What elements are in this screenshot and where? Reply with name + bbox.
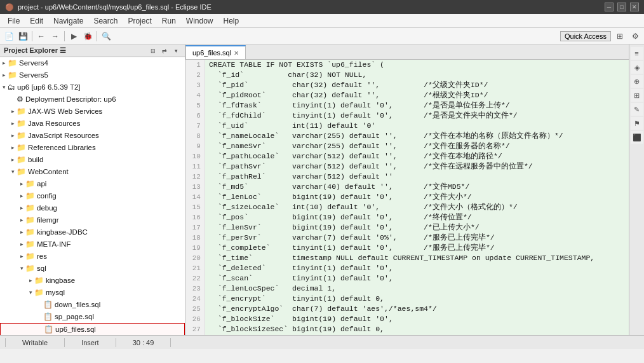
title-bar-left: 🟤 project - up6/WebContent/sql/mysql/up6… [5, 3, 211, 11]
settings-button[interactable]: ⚙ [629, 30, 641, 43]
code-row: 1CREATE TABLE IF NOT EXISTS `up6_files` … [185, 60, 629, 70]
tree-item-icon: 📋 [44, 324, 53, 335]
debug-button[interactable]: 🐞 [81, 30, 94, 43]
explorer-link-button[interactable]: ⇄ [159, 46, 170, 56]
title-bar-controls: ─ □ ✕ [605, 3, 639, 11]
code-content: `f_lenLoc` bigint(19) default '0', /*文件大… [205, 192, 629, 202]
tree-item-label: up6 [up6 6.5.39 T2] [17, 82, 81, 93]
menu-navigate[interactable]: Navigate [48, 15, 88, 27]
project-tree[interactable]: ▸📁Servers4▸📁Servers5▾🗂up6 [up6 6.5.39 T2… [0, 57, 185, 335]
menu-run[interactable]: Run [157, 15, 181, 27]
tree-item-res[interactable]: ▸📁res [0, 250, 185, 263]
save-button[interactable]: 💾 [17, 30, 29, 43]
rt-btn-7[interactable]: ⬛ [631, 131, 643, 144]
code-row: 26 `f_blockSize` bigint(19) default '0', [185, 314, 629, 324]
menu-help[interactable]: Help [218, 15, 245, 27]
line-number: 28 [185, 334, 205, 335]
line-number: 11 [185, 161, 205, 172]
tree-item-sql[interactable]: ▾📁sql [0, 263, 185, 275]
code-content: `f_perSvr` varchar(7) default '0%', /*服务… [205, 233, 629, 243]
search-toolbar-button[interactable]: 🔍 [100, 30, 112, 43]
tree-item-mysql-folder[interactable]: ▾📁mysql [0, 287, 185, 299]
tree-item-javascript-resources[interactable]: ▸📁JavaScript Resources [0, 130, 185, 142]
rt-btn-4[interactable]: ⊞ [631, 89, 643, 102]
status-bar: Writable Insert 30 : 49 [0, 335, 644, 349]
tree-item-servers5[interactable]: ▸📁Servers5 [0, 69, 185, 81]
status-insert: Insert [77, 339, 103, 346]
forward-button[interactable]: → [49, 30, 62, 43]
tree-item-label: api [37, 179, 46, 189]
code-content: `f_scan` tinyint(1) default '0', [205, 273, 629, 284]
tree-item-up6[interactable]: ▾🗂up6 [up6 6.5.39 T2] [0, 81, 185, 93]
tree-item-label: build [28, 154, 43, 165]
menu-window[interactable]: Window [181, 15, 218, 27]
menu-project[interactable]: Project [123, 15, 156, 27]
tree-item-icon: 📁 [8, 70, 17, 81]
tree-item-icon: 📁 [25, 263, 35, 274]
quick-access-button[interactable]: Quick Access [560, 31, 611, 41]
tree-item-webcontent[interactable]: ▾📁WebContent [0, 166, 185, 178]
minimize-button[interactable]: ─ [605, 3, 614, 11]
tree-item-icon: 📁 [25, 191, 35, 202]
tree-item-label: Referenced Libraries [28, 142, 96, 153]
status-writable: Writable [18, 339, 51, 346]
tab-up6-files[interactable]: up6_files.sql ✕ [185, 45, 246, 59]
explorer-toolbar: ⊟ ⇄ ▾ [148, 46, 181, 56]
back-button[interactable]: ← [35, 30, 48, 43]
run-button[interactable]: ▶ [67, 30, 80, 43]
tree-item-label: sql [37, 263, 46, 274]
rt-btn-6[interactable]: ⚑ [631, 117, 643, 130]
line-number: 4 [185, 90, 205, 100]
tree-item-label: config [37, 191, 57, 202]
toolbar-sep-2 [64, 31, 65, 41]
tree-item-up6-files[interactable]: 📋up6_files.sql [0, 323, 185, 335]
code-content: `f_fdTask` tinyint(1) default '0', /*是否是… [205, 100, 629, 111]
code-row: 16 `f_pos` bigint(19) default '0', /*终传位… [185, 212, 629, 223]
tree-item-referenced-libraries[interactable]: ▸📁Referenced Libraries [0, 142, 185, 154]
code-content: `f_id` char(32) NOT NULL, [205, 70, 629, 80]
tree-item-icon: 📁 [25, 251, 35, 262]
tree-item-icon: 📁 [17, 142, 26, 153]
tree-item-kingbase-folder[interactable]: ▸📁kingbase [0, 275, 185, 287]
menu-bar: File Edit Navigate Search Project Run Wi… [0, 14, 644, 28]
line-number: 22 [185, 273, 205, 284]
tree-item-java-resources[interactable]: ▸📁Java Resources [0, 118, 185, 130]
rt-btn-5[interactable]: ✎ [631, 103, 643, 116]
tree-item-label: Servers4 [19, 58, 48, 69]
editor-content[interactable]: 1CREATE TABLE IF NOT EXISTS `up6_files` … [185, 60, 629, 335]
close-button[interactable]: ✕ [630, 3, 639, 11]
tree-item-kingbase-jdbc[interactable]: ▸📁kingbase-JDBC [0, 226, 185, 238]
tree-item-debug[interactable]: ▸📁debug [0, 202, 185, 214]
tree-item-label: up6_files.sql [55, 324, 96, 335]
code-content: `f_fdChild` tinyint(1) default '0', /*是否… [205, 111, 629, 121]
code-content: `f_lenSvr` bigint(19) default '0', /*已上传… [205, 223, 629, 233]
tree-item-deployment[interactable]: ⚙Deployment Descriptor: up6 [0, 93, 185, 106]
tab-close-icon[interactable]: ✕ [234, 50, 239, 57]
menu-edit[interactable]: Edit [25, 15, 48, 27]
status-sep-2 [64, 338, 65, 347]
rt-btn-3[interactable]: ⊕ [631, 75, 643, 88]
line-number: 25 [185, 304, 205, 314]
tree-item-jax-ws[interactable]: ▸📁JAX-WS Web Services [0, 106, 185, 118]
tree-item-sp-page[interactable]: 📋sp_page.sql [0, 311, 185, 323]
tree-item-api[interactable]: ▸📁api [0, 178, 185, 190]
menu-search[interactable]: Search [88, 15, 123, 27]
line-number: 24 [185, 294, 205, 304]
tree-item-servers4[interactable]: ▸📁Servers4 [0, 57, 185, 69]
tree-item-filemgr[interactable]: ▸📁filemgr [0, 214, 185, 226]
tree-item-down-files[interactable]: 📋down_files.sql [0, 299, 185, 311]
tree-item-meta-inf[interactable]: ▸📁META-INF [0, 238, 185, 250]
code-content: `f_pathSvr` varchar(512) default '', /*文… [205, 161, 629, 172]
perspective-button[interactable]: ⊞ [614, 30, 626, 43]
explorer-menu-button[interactable]: ▾ [171, 46, 181, 56]
new-button[interactable]: 📄 [3, 30, 15, 43]
rt-btn-2[interactable]: ◈ [631, 61, 643, 74]
tree-item-config[interactable]: ▸📁config [0, 190, 185, 202]
code-content: `f_deleted` tinyint(1) default '0', [205, 263, 629, 273]
explorer-collapse-button[interactable]: ⊟ [148, 46, 158, 56]
rt-btn-1[interactable]: ≡ [631, 47, 643, 60]
line-number: 9 [185, 141, 205, 151]
tree-item-build[interactable]: ▸📁build [0, 154, 185, 166]
menu-file[interactable]: File [3, 15, 25, 27]
maximize-button[interactable]: □ [617, 3, 626, 11]
